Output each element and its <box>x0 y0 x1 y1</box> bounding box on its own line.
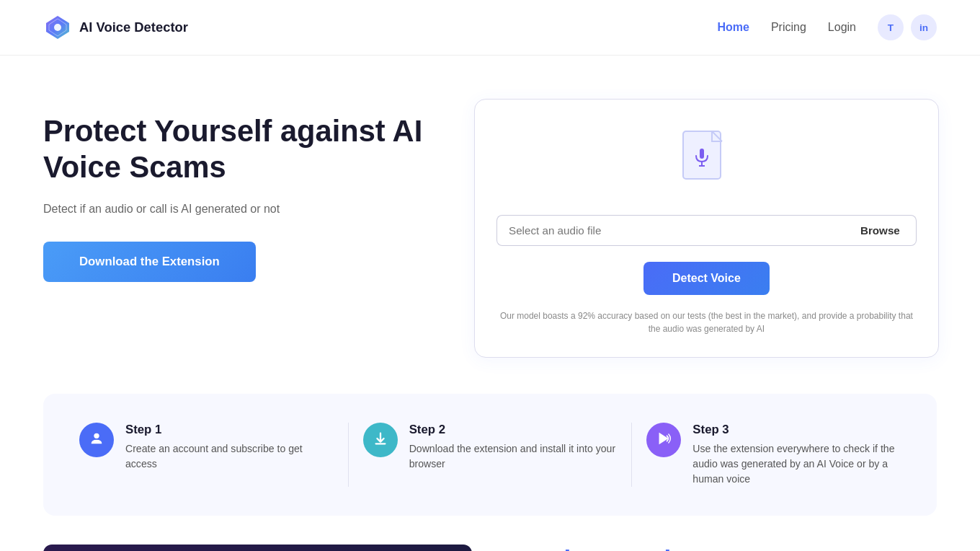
logo-text: AI Voice Detector <box>79 19 188 35</box>
hero-title: Protect Yourself against AI Voice Scams <box>43 113 445 185</box>
step-1-title: Step 1 <box>125 423 334 437</box>
nav-pricing[interactable]: Pricing <box>771 21 806 34</box>
social-links: T in <box>878 14 937 40</box>
step-3-content: Step 3 Use the extension everywhere to c… <box>692 423 901 487</box>
detect-btn-wrap: Detect Voice <box>496 262 917 295</box>
file-input-row: Browse <box>496 215 917 246</box>
bottom-teaser: AI Voices against <box>0 545 980 551</box>
logo[interactable]: AI Voice Detector <box>43 13 188 42</box>
svg-rect-4 <box>700 149 704 159</box>
bottom-title: AI Voices against <box>501 545 709 551</box>
nav-login[interactable]: Login <box>828 21 856 34</box>
steps-section: Step 1 Create an account and subscribe t… <box>43 394 937 516</box>
step-1-content: Step 1 Create an account and subscribe t… <box>125 423 334 472</box>
step-3-title: Step 3 <box>692 423 901 437</box>
twitter-button[interactable]: T <box>878 14 904 40</box>
step-3-icon-circle <box>646 423 681 457</box>
video-placeholder <box>43 545 472 551</box>
step-1-icon <box>89 431 104 450</box>
step-2-icon-circle <box>363 423 398 457</box>
disclaimer-text: Our model boasts a 92% accuracy based on… <box>496 309 917 335</box>
step-2-title: Step 2 <box>409 423 618 437</box>
hero-left: Protect Yourself against AI Voice Scams … <box>43 99 445 282</box>
step-2-icon <box>373 431 388 450</box>
hero-subtitle: Detect if an audio or call is AI generat… <box>43 203 445 216</box>
step-2: Step 2 Download the extension and instal… <box>349 423 633 487</box>
step-3: Step 3 Use the extension everywhere to c… <box>632 423 915 487</box>
step-2-content: Step 2 Download the extension and instal… <box>409 423 618 472</box>
linkedin-button[interactable]: in <box>911 14 937 40</box>
nav-links: Home Pricing Login T in <box>717 14 937 40</box>
hero-section: Protect Yourself against AI Voice Scams … <box>0 56 980 387</box>
svg-marker-9 <box>659 432 669 444</box>
audio-file-input[interactable] <box>496 215 845 246</box>
step-1-icon-circle <box>79 423 114 457</box>
svg-point-2 <box>54 24 61 31</box>
step-1: Step 1 Create an account and subscribe t… <box>65 423 349 487</box>
logo-icon <box>43 13 72 42</box>
download-extension-button[interactable]: Download the Extension <box>43 242 256 282</box>
navbar: AI Voice Detector Home Pricing Login T i… <box>0 0 980 56</box>
hero-right: Browse Detect Voice Our model boasts a 9… <box>474 99 939 358</box>
browse-button[interactable]: Browse <box>845 215 917 246</box>
detect-voice-button[interactable]: Detect Voice <box>643 262 770 295</box>
bottom-text: AI Voices against <box>501 545 709 551</box>
upload-card: Browse Detect Voice Our model boasts a 9… <box>474 99 939 358</box>
upload-icon-wrap <box>496 128 917 193</box>
audio-file-icon <box>677 128 735 193</box>
step-3-desc: Use the extension everywhere to check if… <box>692 441 901 487</box>
svg-point-7 <box>94 433 99 438</box>
step-3-icon <box>656 431 672 450</box>
step-1-desc: Create an account and subscribe to get a… <box>125 441 334 472</box>
step-2-desc: Download the extension and install it in… <box>409 441 618 472</box>
nav-home[interactable]: Home <box>717 21 749 34</box>
